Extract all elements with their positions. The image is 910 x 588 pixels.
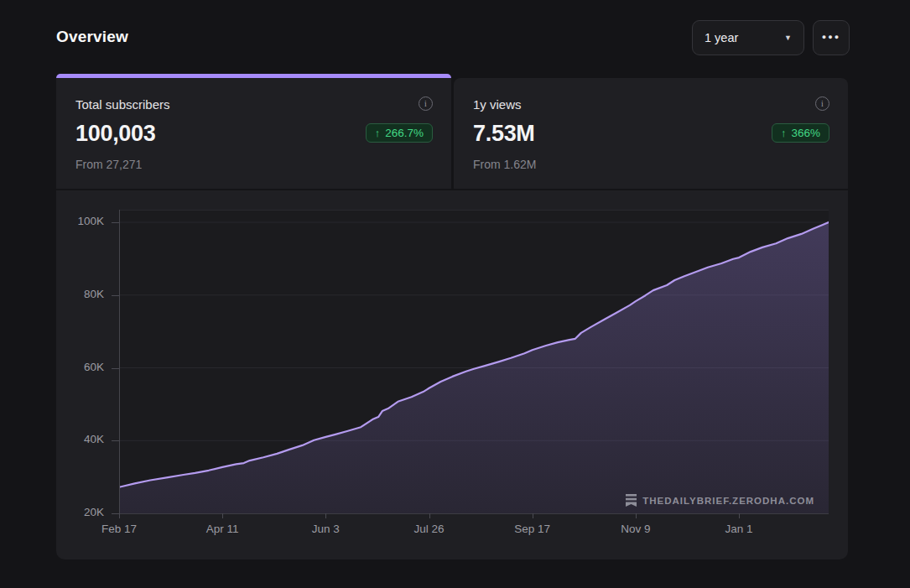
y-tick-mark xyxy=(112,513,119,514)
y-tick-label: 100K xyxy=(56,215,104,227)
watermark-text: THEDAILYBRIEF.ZERODHA.COM xyxy=(642,496,814,506)
metric-card-total-subscribers[interactable]: Total subscribers 100,003 From 27,271 i … xyxy=(56,78,451,189)
y-tick-label: 20K xyxy=(56,506,104,518)
metric-label: 1y views xyxy=(473,97,829,112)
page-title: Overview xyxy=(56,28,128,46)
x-tick-label: Feb 17 xyxy=(101,523,137,535)
y-tick-label: 60K xyxy=(56,361,104,373)
arrow-up-icon: ↑ xyxy=(781,127,787,139)
info-icon[interactable]: i xyxy=(419,96,433,111)
x-tick-mark xyxy=(222,513,223,518)
y-axis-line xyxy=(119,210,120,513)
y-tick-mark xyxy=(112,222,119,223)
y-tick-label: 80K xyxy=(56,288,104,300)
chart-svg xyxy=(119,210,829,513)
x-axis-line xyxy=(119,513,829,514)
date-range-value: 1 year xyxy=(705,31,738,44)
metric-card-1y-views[interactable]: 1y views 7.53M From 1.62M i ↑ 366% xyxy=(454,78,848,189)
metric-baseline: From 27,271 xyxy=(75,158,433,171)
subscribers-chart-panel: 20K40K60K80K100K Feb 17Apr 11Jun 3Jul 26… xyxy=(56,190,848,559)
x-tick-mark xyxy=(325,513,326,518)
info-icon[interactable]: i xyxy=(815,96,829,111)
change-value: 366% xyxy=(791,127,820,139)
watermark: THEDAILYBRIEF.ZERODHA.COM xyxy=(626,494,814,507)
metric-label: Total subscribers xyxy=(75,97,433,112)
x-tick-mark xyxy=(636,513,637,518)
y-tick-mark xyxy=(112,368,119,369)
x-tick-label: Apr 11 xyxy=(206,523,239,535)
ellipsis-icon: ●●● xyxy=(822,33,840,41)
change-badge: ↑ 266.7% xyxy=(366,123,433,143)
x-tick-label: Nov 9 xyxy=(621,523,650,535)
x-tick-label: Jan 1 xyxy=(725,523,753,535)
x-tick-mark xyxy=(739,513,740,518)
date-range-dropdown[interactable]: 1 year ▼ xyxy=(692,20,804,55)
arrow-up-icon: ↑ xyxy=(375,127,381,139)
substack-logo-icon xyxy=(626,494,637,507)
y-tick-label: 40K xyxy=(56,433,104,445)
change-badge: ↑ 366% xyxy=(772,123,829,143)
x-tick-mark xyxy=(119,513,120,518)
more-options-button[interactable]: ●●● xyxy=(813,20,850,55)
analytics-page: { "header": { "title": "Overview", "rang… xyxy=(0,0,910,588)
chevron-down-icon: ▼ xyxy=(784,34,792,42)
x-tick-mark xyxy=(533,513,533,518)
change-value: 266.7% xyxy=(385,127,424,139)
overview-card-cluster: Total subscribers 100,003 From 27,271 i … xyxy=(56,74,848,559)
metric-baseline: From 1.62M xyxy=(473,158,829,171)
y-tick-mark xyxy=(112,295,119,296)
x-tick-label: Jul 26 xyxy=(414,523,445,535)
y-tick-mark xyxy=(112,440,119,441)
x-tick-label: Jun 3 xyxy=(312,523,340,535)
x-tick-label: Sep 17 xyxy=(514,523,550,535)
x-tick-mark xyxy=(429,513,430,518)
